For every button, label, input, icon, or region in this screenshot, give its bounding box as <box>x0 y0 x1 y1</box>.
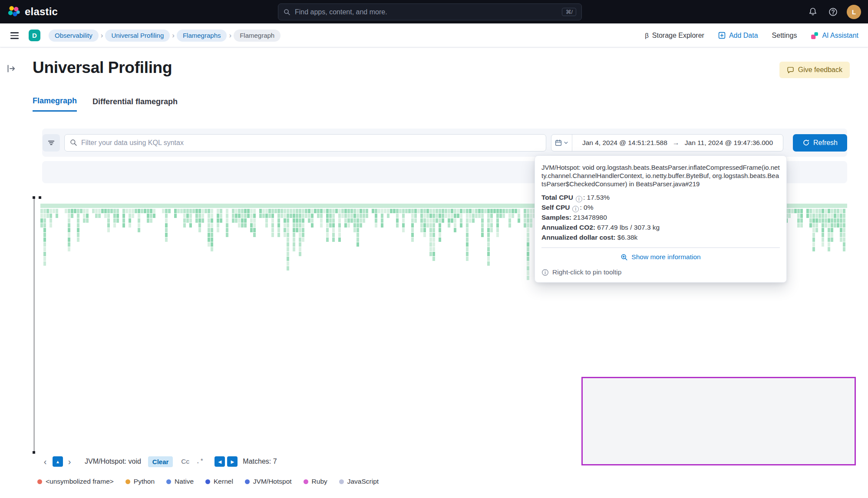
flame-column <box>92 209 95 214</box>
tab-differential-flamegraph[interactable]: Differential flamegraph <box>92 96 178 112</box>
chevron-left-icon[interactable]: ‹ <box>41 456 50 467</box>
frame-tooltip: JVM/Hotspot: void org.logstash.beats.Bea… <box>535 155 787 283</box>
storage-explorer-link[interactable]: β Storage Explorer <box>645 32 704 40</box>
flame-column <box>135 209 137 214</box>
legend-dot <box>339 479 344 484</box>
chart-left-guide <box>34 199 34 451</box>
flame-column <box>375 209 377 228</box>
search-icon <box>70 139 77 146</box>
breadcrumb-item[interactable]: Observability <box>49 30 99 42</box>
chevron-down-icon <box>564 140 568 145</box>
flamegraph-selection-rect[interactable] <box>581 377 856 465</box>
flame-column <box>65 209 67 214</box>
legend-dot <box>304 479 308 484</box>
flame-column <box>284 209 286 237</box>
flame-column <box>235 209 238 223</box>
date-end-button[interactable]: Jan 11, 2024 @ 19:47:36.000 <box>685 139 773 147</box>
breadcrumb-separator-icon: › <box>101 31 103 40</box>
legend-dot <box>205 479 210 484</box>
flame-column <box>399 209 402 214</box>
date-start-button[interactable]: Jan 4, 2024 @ 14:51:21.588 <box>582 139 667 147</box>
global-search[interactable]: ⌘/ <box>278 3 582 20</box>
header-right-controls: L <box>807 0 861 23</box>
flame-column <box>378 209 380 214</box>
flame-column <box>356 209 359 247</box>
search-icon <box>284 9 290 16</box>
elastic-home-link[interactable]: elastic <box>8 0 58 23</box>
space-avatar[interactable]: D <box>29 30 40 41</box>
flame-column <box>308 209 310 223</box>
flame-column <box>217 209 219 233</box>
previous-match-button[interactable]: ◀ <box>215 456 225 467</box>
case-sensitive-toggle[interactable]: Cc <box>181 458 189 465</box>
flame-column <box>794 209 797 214</box>
breadcrumb-item[interactable]: Flamegraphs <box>177 30 227 42</box>
flame-column <box>432 209 435 261</box>
calendar-icon <box>555 139 562 146</box>
clear-search-button[interactable]: Clear <box>148 456 173 467</box>
flame-column <box>244 209 247 228</box>
flame-column <box>116 209 119 223</box>
show-more-information-label: Show more information <box>631 253 700 261</box>
flame-column <box>423 209 426 237</box>
flame-column <box>524 209 526 228</box>
flame-column <box>512 209 514 218</box>
flame-column <box>417 209 420 214</box>
date-range-values: Jan 4, 2024 @ 14:51:21.588 → Jan 11, 202… <box>572 139 783 147</box>
menu-icon[interactable] <box>6 27 23 44</box>
flame-column <box>411 209 414 242</box>
help-icon[interactable] <box>827 6 839 18</box>
breadcrumb-item[interactable]: Universal Profiling <box>105 30 170 42</box>
notifications-icon[interactable] <box>807 6 819 18</box>
add-data-link[interactable]: Add Data <box>718 32 758 40</box>
flame-column <box>527 209 529 280</box>
global-header: elastic ⌘/ L <box>0 0 868 23</box>
ai-assistant-link[interactable]: AI Assistant <box>811 32 858 40</box>
flame-column <box>825 209 827 228</box>
chevron-right-icon[interactable]: › <box>65 456 74 467</box>
flame-column <box>265 209 268 228</box>
flame-column <box>806 209 809 218</box>
flame-column <box>177 209 180 214</box>
flame-column <box>812 209 815 252</box>
flame-column <box>186 209 189 223</box>
flame-column <box>788 209 791 218</box>
flame-column <box>165 209 168 242</box>
tooltip-footer: Right-click to pin tooltip <box>541 268 780 276</box>
global-search-input[interactable] <box>295 8 558 16</box>
give-feedback-button[interactable]: Give feedback <box>779 62 850 78</box>
flame-column <box>250 209 253 233</box>
flame-column <box>101 209 104 214</box>
settings-label: Settings <box>772 32 797 40</box>
refresh-button[interactable]: Refresh <box>793 134 847 152</box>
flame-column <box>195 209 198 223</box>
ai-assistant-icon <box>811 32 818 40</box>
scroll-up-button[interactable]: ▲ <box>53 456 63 467</box>
flame-column <box>831 209 833 242</box>
flame-column <box>132 209 134 218</box>
kql-search-input[interactable] <box>81 139 541 147</box>
flame-column <box>50 209 52 228</box>
regex-toggle[interactable]: .* <box>196 458 204 465</box>
breadcrumb-item: Flamegraph <box>234 30 281 42</box>
flame-column <box>837 209 839 228</box>
settings-link[interactable]: Settings <box>772 32 797 40</box>
flame-column <box>818 209 821 223</box>
refresh-label: Refresh <box>813 139 838 147</box>
expand-sidebar-icon[interactable] <box>5 63 17 75</box>
flame-column <box>323 209 326 214</box>
filter-icon[interactable] <box>43 134 60 152</box>
flame-column <box>314 209 317 214</box>
show-more-information-link[interactable]: Show more information <box>541 253 780 261</box>
flame-column <box>457 209 459 218</box>
flame-column <box>484 209 487 214</box>
flame-column <box>353 209 356 233</box>
tab-flamegraph[interactable]: Flamegraph <box>33 96 77 112</box>
breadcrumb-separator-icon: › <box>229 31 231 40</box>
next-match-button[interactable]: ▶ <box>227 456 238 467</box>
user-avatar[interactable]: L <box>847 5 861 19</box>
date-quick-select-button[interactable] <box>551 135 572 151</box>
searched-frame-label: JVM/Hotspot: void <box>85 458 141 465</box>
flame-column <box>205 209 207 214</box>
legend-label: Ruby <box>312 478 327 485</box>
